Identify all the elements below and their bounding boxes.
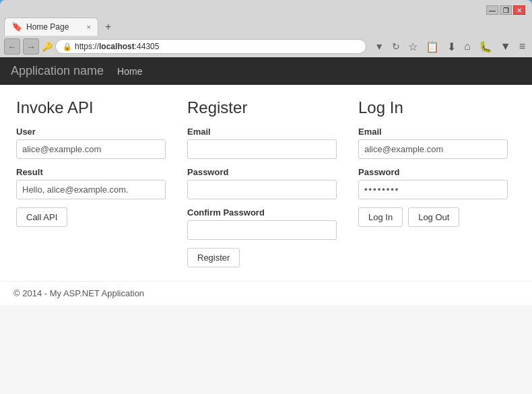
nav-bar: Application name Home	[0, 57, 532, 85]
back-button[interactable]: ←	[4, 38, 20, 55]
register-section: Register Email Password Confirm Password…	[176, 98, 347, 267]
login-buttons: Log In Log Out	[358, 207, 508, 227]
register-title: Register	[187, 98, 337, 117]
minimize-button[interactable]: —	[486, 5, 498, 15]
home-icon[interactable]: ⌂	[461, 39, 473, 54]
login-email-label: Email	[358, 127, 508, 137]
lock-icon: 🔒	[63, 42, 72, 51]
menu-icon[interactable]: ≡	[517, 39, 528, 54]
forward-button[interactable]: →	[23, 38, 39, 55]
login-title: Log In	[358, 98, 508, 117]
register-confirm-label: Confirm Password	[187, 207, 337, 218]
tab-bar: 🔖 Home Page × +	[4, 18, 528, 36]
register-email-label: Email	[187, 127, 337, 137]
address-bar-area: ← → 🔑 🔒 https://localhost:44305 ▼ ↻ ☆ 📋 …	[0, 36, 532, 57]
restore-button[interactable]: ❐	[500, 5, 512, 15]
login-password-input[interactable]	[358, 180, 508, 199]
register-confirm-input[interactable]	[187, 220, 337, 240]
register-password-group: Password	[187, 167, 337, 199]
tab-favicon: 🔖	[11, 22, 22, 32]
tab-close-icon[interactable]: ×	[87, 23, 91, 31]
nav-home-link[interactable]: Home	[117, 66, 142, 77]
login-password-group: Password	[358, 167, 508, 199]
login-section: Log In Email Password Log In Log Out	[347, 98, 519, 267]
download-icon[interactable]: ⬇	[444, 39, 459, 55]
register-email-group: Email	[187, 127, 337, 159]
bug-icon[interactable]: 🐛	[476, 39, 495, 55]
call-api-button[interactable]: Call API	[16, 207, 67, 227]
browser-chrome: — ❐ ✕ 🔖 Home Page × +	[0, 0, 532, 36]
result-input[interactable]	[16, 180, 166, 199]
user-group: User	[16, 127, 166, 159]
clipboard-icon[interactable]: 📋	[423, 39, 442, 55]
website: Application name Home Invoke API User Re…	[0, 57, 532, 394]
logout-button[interactable]: Log Out	[408, 207, 459, 227]
address-actions: ▼ ↻	[372, 40, 403, 53]
content-area: Invoke API User Result Call API Register…	[0, 85, 532, 281]
address-text: https://localhost:44305	[75, 42, 159, 51]
login-button[interactable]: Log In	[358, 207, 403, 227]
dropdown-icon[interactable]: ▼	[372, 40, 387, 53]
footer: © 2014 - My ASP.NET Application	[0, 281, 532, 305]
tab-label: Home Page	[26, 22, 69, 32]
register-password-label: Password	[187, 167, 337, 177]
register-confirm-group: Confirm Password	[187, 207, 337, 240]
toolbar-icons: ☆ 📋 ⬇ ⌂ 🐛 ▼ ≡	[405, 39, 528, 55]
result-label: Result	[16, 167, 166, 177]
active-tab[interactable]: 🔖 Home Page ×	[4, 18, 98, 36]
user-input[interactable]	[16, 139, 166, 159]
dropdown-arrow-icon[interactable]: ▼	[498, 39, 514, 54]
app-name: Application name	[11, 64, 104, 78]
footer-text: © 2014 - My ASP.NET Application	[13, 288, 144, 298]
browser-top-bar: — ❐ ✕	[4, 4, 528, 16]
refresh-icon[interactable]: ↻	[389, 40, 403, 53]
address-bar[interactable]: 🔒 https://localhost:44305	[55, 39, 366, 54]
invoke-api-section: Invoke API User Result Call API	[13, 98, 176, 267]
login-password-label: Password	[358, 167, 508, 177]
register-password-input[interactable]	[187, 180, 337, 199]
window-controls: — ❐ ✕	[486, 5, 525, 15]
address-port: :44305	[135, 42, 160, 51]
star-icon[interactable]: ☆	[405, 39, 420, 55]
address-scheme: https://	[75, 42, 99, 51]
close-button[interactable]: ✕	[513, 5, 525, 15]
new-tab-button[interactable]: +	[100, 20, 117, 34]
register-button[interactable]: Register	[187, 248, 240, 267]
user-label: User	[16, 127, 166, 137]
register-email-input[interactable]	[187, 139, 337, 159]
key-icon: 🔑	[42, 42, 53, 52]
result-group: Result	[16, 167, 166, 199]
login-email-input[interactable]	[358, 139, 508, 159]
invoke-api-title: Invoke API	[16, 98, 166, 117]
address-host: localhost	[99, 42, 135, 51]
login-email-group: Email	[358, 127, 508, 159]
